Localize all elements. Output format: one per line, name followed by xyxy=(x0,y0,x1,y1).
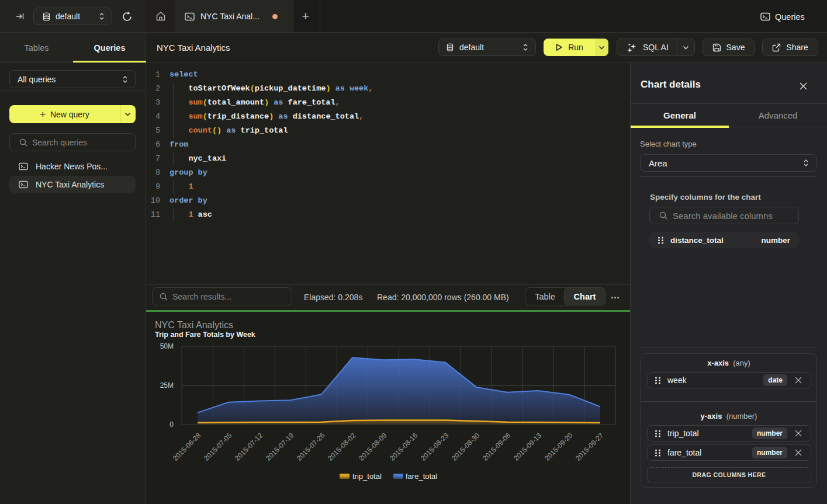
svg-text:fare_total: fare_total xyxy=(406,472,437,481)
svg-text:2015-09-06: 2015-09-06 xyxy=(481,431,513,463)
svg-text:2015-06-28: 2015-06-28 xyxy=(171,431,203,463)
svg-text:50M: 50M xyxy=(160,342,174,350)
svg-text:2015-08-02: 2015-08-02 xyxy=(326,431,358,463)
svg-text:2015-08-09: 2015-08-09 xyxy=(357,431,389,463)
svg-text:0: 0 xyxy=(169,420,174,429)
svg-text:2015-09-27: 2015-09-27 xyxy=(574,431,605,463)
svg-text:2015-07-19: 2015-07-19 xyxy=(264,431,296,463)
svg-text:2015-07-12: 2015-07-12 xyxy=(233,431,265,463)
svg-text:trip_total: trip_total xyxy=(352,472,382,481)
svg-text:2015-08-16: 2015-08-16 xyxy=(388,431,420,463)
svg-text:2015-09-13: 2015-09-13 xyxy=(512,431,544,463)
svg-text:2015-07-05: 2015-07-05 xyxy=(202,431,234,463)
svg-text:2015-08-23: 2015-08-23 xyxy=(419,431,451,463)
svg-text:25M: 25M xyxy=(160,381,174,390)
svg-text:2015-08-30: 2015-08-30 xyxy=(450,431,482,463)
svg-text:2015-09-20: 2015-09-20 xyxy=(543,431,575,463)
svg-text:2015-07-26: 2015-07-26 xyxy=(295,431,327,463)
